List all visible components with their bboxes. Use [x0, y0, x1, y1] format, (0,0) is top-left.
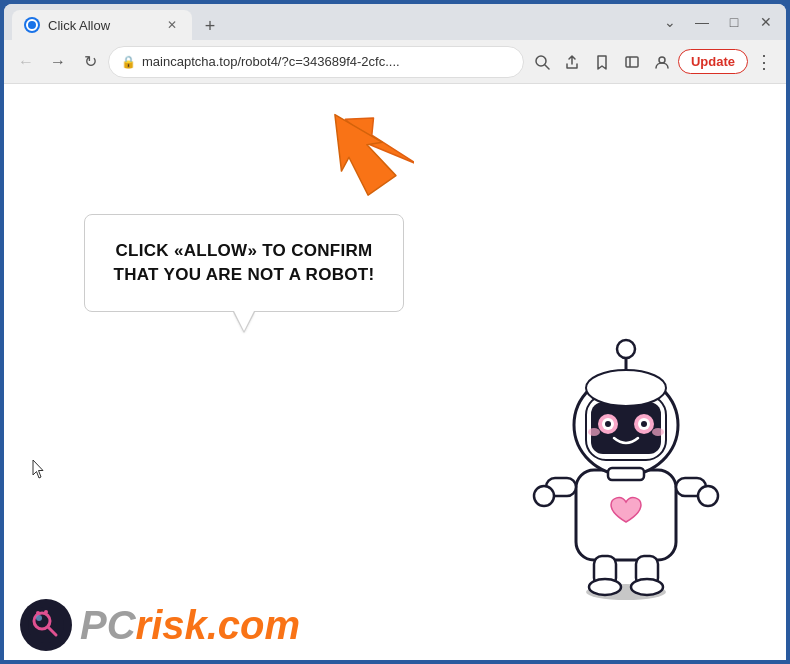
robot-illustration: [526, 320, 726, 600]
window-controls: ⌄ — □ ✕: [658, 10, 778, 34]
active-tab[interactable]: Click Allow ✕: [12, 10, 192, 40]
lock-icon: 🔒: [121, 55, 136, 69]
svg-point-24: [641, 421, 647, 427]
update-button[interactable]: Update: [678, 49, 748, 74]
address-bar[interactable]: 🔒 maincaptcha.top/robot4/?c=343689f4-2cf…: [108, 46, 524, 78]
svg-point-11: [698, 486, 718, 506]
tab-favicon-icon: [24, 17, 40, 33]
chevron-down-icon[interactable]: ⌄: [658, 10, 682, 34]
svg-point-30: [586, 370, 666, 406]
pcrisk-brand-text: PCrisk.com: [80, 603, 300, 648]
svg-marker-5: [314, 102, 403, 197]
close-window-button[interactable]: ✕: [754, 10, 778, 34]
svg-rect-2: [626, 57, 638, 67]
browser-window: Click Allow ✕ + ⌄ — □ ✕ ← → ↻ 🔒 maincapt…: [4, 4, 786, 660]
reload-button[interactable]: ↻: [76, 48, 104, 76]
menu-button[interactable]: ⋮: [750, 48, 778, 76]
maximize-button[interactable]: □: [722, 10, 746, 34]
speech-bubble: CLICK «ALLOW» TO CONFIRM THAT YOU ARE NO…: [84, 214, 404, 312]
svg-point-15: [631, 579, 663, 595]
pcrisk-watermark: PCrisk.com: [4, 590, 316, 660]
bookmark-icon[interactable]: [588, 48, 616, 76]
svg-point-33: [36, 615, 42, 621]
svg-point-21: [605, 421, 611, 427]
svg-point-28: [617, 340, 635, 358]
svg-point-14: [589, 579, 621, 595]
url-text: maincaptcha.top/robot4/?c=343689f4-2cfc.…: [142, 54, 511, 69]
search-icon[interactable]: [528, 48, 556, 76]
back-button[interactable]: ←: [12, 48, 40, 76]
svg-rect-29: [608, 468, 644, 480]
svg-line-1: [545, 65, 549, 69]
svg-point-36: [44, 610, 48, 614]
forward-button[interactable]: →: [44, 48, 72, 76]
minimize-button[interactable]: —: [690, 10, 714, 34]
share-icon[interactable]: [558, 48, 586, 76]
tab-close-button[interactable]: ✕: [164, 17, 180, 33]
mouse-cursor: [32, 459, 44, 477]
navigation-bar: ← → ↻ 🔒 maincaptcha.top/robot4/?c=343689…: [4, 40, 786, 84]
notification-arrow: [314, 102, 404, 201]
nav-action-icons: Update ⋮: [528, 48, 778, 76]
bubble-message: CLICK «ALLOW» TO CONFIRM THAT YOU ARE NO…: [114, 241, 375, 284]
svg-point-26: [652, 428, 664, 436]
new-tab-button[interactable]: +: [196, 12, 224, 40]
tab-area: Click Allow ✕ +: [12, 4, 654, 40]
svg-point-10: [534, 486, 554, 506]
svg-point-35: [36, 611, 40, 615]
page-content: CLICK «ALLOW» TO CONFIRM THAT YOU ARE NO…: [4, 84, 786, 660]
title-bar: Click Allow ✕ + ⌄ — □ ✕: [4, 4, 786, 40]
tab-title: Click Allow: [48, 18, 110, 33]
svg-point-25: [588, 428, 600, 436]
sidebar-icon[interactable]: [618, 48, 646, 76]
profile-icon[interactable]: [648, 48, 676, 76]
pcrisk-logo-circle: [20, 599, 72, 651]
svg-point-4: [659, 57, 665, 63]
